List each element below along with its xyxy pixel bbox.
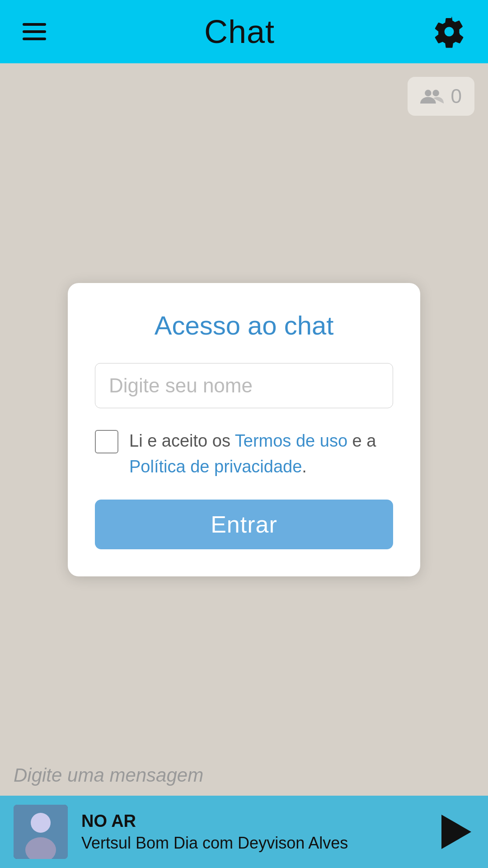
name-input[interactable] — [95, 363, 393, 408]
modal-title: Acesso ao chat — [95, 310, 393, 340]
terms-of-use-link[interactable]: Termos de uso — [235, 431, 347, 450]
play-button[interactable] — [438, 814, 474, 850]
modal-overlay: Acesso ao chat Li e aceito os Termos de … — [0, 63, 488, 796]
thumbnail-image — [14, 805, 68, 859]
page-title: Chat — [204, 13, 275, 50]
play-icon — [441, 815, 471, 849]
on-air-label: NO AR — [81, 811, 425, 831]
terms-checkbox[interactable] — [95, 430, 118, 453]
terms-row: Li e aceito os Termos de uso e a Polític… — [95, 428, 393, 480]
terms-suffix: . — [302, 457, 307, 476]
menu-button[interactable] — [23, 23, 46, 40]
terms-middle: e a — [347, 431, 376, 450]
chat-area: 0 Acesso ao chat Li e aceito os Termos d… — [0, 63, 488, 796]
enter-button[interactable]: Entrar — [95, 500, 393, 549]
terms-text: Li e aceito os Termos de uso e a Polític… — [129, 428, 393, 480]
settings-button[interactable] — [433, 15, 465, 48]
message-input-area[interactable]: Digite uma mensagem — [0, 755, 488, 796]
bottom-bar: NO AR Vertsul Bom Dia com Deyvison Alves — [0, 796, 488, 868]
now-on-air-thumbnail — [14, 805, 68, 859]
privacy-policy-link[interactable]: Política de privacidade — [129, 457, 302, 476]
chat-access-modal: Acesso ao chat Li e aceito os Termos de … — [68, 283, 420, 576]
app-header: Chat — [0, 0, 488, 63]
on-air-subtitle: Vertsul Bom Dia com Deyvison Alves — [81, 834, 425, 853]
now-on-air-info: NO AR Vertsul Bom Dia com Deyvison Alves — [81, 811, 425, 853]
message-input-placeholder: Digite uma mensagem — [14, 764, 203, 786]
svg-point-3 — [31, 813, 51, 833]
terms-prefix: Li e aceito os — [129, 431, 235, 450]
